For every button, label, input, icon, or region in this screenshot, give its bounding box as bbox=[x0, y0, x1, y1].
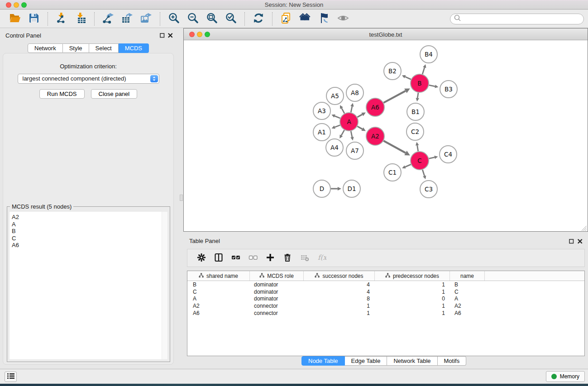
cell-predecessor-nodes[interactable]: 1 bbox=[375, 302, 450, 310]
float-panel-icon[interactable] bbox=[159, 32, 165, 38]
network-canvas[interactable]: B4B2BB3A8A5A6A3B1AA1C2A2A4A7C4CC1C3DD1 bbox=[184, 40, 588, 231]
table-row-b[interactable]: Bdominator41B bbox=[187, 281, 584, 288]
table-row-c[interactable]: Cdominator41C bbox=[187, 288, 584, 295]
graph-node-B3[interactable]: B3 bbox=[440, 81, 457, 98]
graph-node-A6[interactable]: A6 bbox=[366, 98, 384, 116]
resize-grip-icon[interactable] bbox=[581, 225, 587, 231]
zoom-out-button[interactable] bbox=[186, 12, 200, 26]
graph-edge-A-A1[interactable] bbox=[331, 125, 340, 129]
mcds-result-item[interactable]: B bbox=[12, 228, 167, 235]
import-network-button[interactable] bbox=[55, 12, 68, 26]
mcds-result-item[interactable]: A bbox=[12, 221, 167, 228]
open-file-button[interactable] bbox=[8, 12, 22, 26]
graph-edge-D-D1[interactable] bbox=[331, 187, 341, 191]
graph-edge-C-C4[interactable] bbox=[429, 156, 438, 159]
tab-network-table[interactable]: Network Table bbox=[387, 356, 437, 366]
zoom-in-button[interactable] bbox=[167, 12, 181, 26]
show-panels-button[interactable] bbox=[5, 372, 17, 382]
table-row-a[interactable]: Adominator80A bbox=[187, 295, 584, 303]
cell-successor-nodes[interactable]: 1 bbox=[304, 302, 375, 310]
graph-edge-B-B4[interactable] bbox=[422, 64, 426, 74]
tab-select[interactable]: Select bbox=[89, 43, 119, 53]
graph-node-A3[interactable]: A3 bbox=[313, 102, 330, 119]
memory-button[interactable]: Memory bbox=[546, 371, 585, 382]
refresh-button[interactable] bbox=[252, 12, 265, 26]
graph-node-A1[interactable]: A1 bbox=[313, 124, 330, 141]
graph-node-A5[interactable]: A5 bbox=[326, 87, 344, 105]
graph-node-A2[interactable]: A2 bbox=[366, 127, 384, 145]
graph-node-C4[interactable]: C4 bbox=[440, 146, 457, 163]
cell-successor-nodes[interactable]: 4 bbox=[304, 281, 375, 288]
table-row-a2[interactable]: A2connector11A2 bbox=[187, 302, 584, 310]
graph-edge-A-A8[interactable] bbox=[350, 103, 354, 113]
column-header-mcds-role[interactable]: MCDS role bbox=[250, 271, 304, 281]
graph-edge-C-C3[interactable] bbox=[422, 170, 426, 179]
graph-edge-A-A5[interactable] bbox=[340, 105, 344, 113]
cell-predecessor-nodes[interactable]: 1 bbox=[375, 288, 450, 295]
criterion-select[interactable]: largest connected component (directed) bbox=[18, 74, 159, 84]
import-table-button[interactable] bbox=[74, 12, 87, 26]
panel-splitter-handle[interactable] bbox=[180, 195, 183, 201]
graph-node-A4[interactable]: A4 bbox=[326, 139, 343, 156]
cell-shared-name[interactable]: B bbox=[187, 281, 250, 288]
tab-motifs[interactable]: Motifs bbox=[438, 356, 467, 366]
graph-node-B[interactable]: B bbox=[411, 74, 429, 92]
deselect-all-button[interactable] bbox=[247, 252, 259, 264]
cell-successor-nodes[interactable]: 1 bbox=[304, 310, 375, 317]
graph-node-A8[interactable]: A8 bbox=[346, 84, 363, 101]
zoom-fit-button[interactable] bbox=[205, 12, 219, 26]
clone-network-button[interactable] bbox=[279, 12, 293, 26]
cell-mcds-role[interactable]: dominator bbox=[250, 288, 304, 295]
cell-mcds-role[interactable]: connector bbox=[250, 310, 304, 317]
delete-column-button[interactable] bbox=[282, 252, 293, 264]
close-panel-button[interactable]: Close panel bbox=[91, 89, 138, 99]
column-header-shared-name[interactable]: shared name bbox=[187, 271, 250, 281]
cell-predecessor-nodes[interactable]: 0 bbox=[375, 295, 450, 303]
graph-edge-A-A7[interactable] bbox=[350, 131, 354, 141]
graph-edge-B-B2[interactable] bbox=[402, 75, 411, 79]
graph-node-A[interactable]: A bbox=[340, 113, 358, 131]
select-all-button[interactable] bbox=[230, 252, 242, 264]
graph-edge-A-A2[interactable] bbox=[357, 126, 366, 131]
cell-predecessor-nodes[interactable]: 1 bbox=[375, 310, 450, 317]
cell-name[interactable]: B bbox=[450, 281, 485, 288]
cell-predecessor-nodes[interactable]: 1 bbox=[375, 281, 450, 288]
graph-node-D1[interactable]: D1 bbox=[343, 180, 360, 197]
column-header-successor-nodes[interactable]: successor nodes bbox=[304, 271, 375, 281]
close-panel-icon[interactable] bbox=[167, 32, 173, 38]
cell-shared-name[interactable]: A2 bbox=[187, 302, 250, 310]
table-settings-button[interactable] bbox=[196, 252, 207, 264]
run-mcds-button[interactable]: Run MCDS bbox=[39, 89, 85, 99]
cell-shared-name[interactable]: A bbox=[187, 295, 250, 303]
mcds-result-item[interactable]: A2 bbox=[12, 214, 167, 221]
table-float-panel-icon[interactable] bbox=[568, 238, 574, 244]
cell-name[interactable]: A6 bbox=[450, 310, 485, 317]
save-session-button[interactable] bbox=[27, 12, 41, 26]
column-header-predecessor-nodes[interactable]: predecessor nodes bbox=[375, 271, 450, 281]
eye-button[interactable] bbox=[336, 12, 350, 26]
export-image-button[interactable] bbox=[139, 12, 153, 26]
column-layout-button[interactable] bbox=[213, 252, 225, 264]
graph-edge-C-C1[interactable] bbox=[402, 164, 411, 168]
graph-edge-A-A6[interactable] bbox=[357, 113, 366, 117]
graph-node-A7[interactable]: A7 bbox=[346, 142, 363, 159]
result-scrollbar[interactable] bbox=[162, 212, 167, 359]
graph-node-D[interactable]: D bbox=[313, 180, 330, 197]
mcds-result-item[interactable]: C bbox=[12, 235, 167, 242]
tab-mcds[interactable]: MCDS bbox=[119, 43, 149, 53]
home-button[interactable] bbox=[298, 12, 312, 26]
cell-successor-nodes[interactable]: 8 bbox=[304, 295, 375, 303]
cell-shared-name[interactable]: C bbox=[187, 288, 250, 295]
graph-node-B2[interactable]: B2 bbox=[384, 62, 401, 80]
add-column-button[interactable] bbox=[264, 252, 276, 264]
graph-edge-C-C2[interactable] bbox=[416, 142, 419, 152]
cell-mcds-role[interactable]: dominator bbox=[250, 281, 304, 288]
graph-edge-B-B3[interactable] bbox=[429, 85, 439, 88]
tab-edge-table[interactable]: Edge Table bbox=[345, 356, 387, 366]
graph-node-C3[interactable]: C3 bbox=[420, 181, 437, 198]
graph-edge-A-A4[interactable] bbox=[339, 130, 344, 138]
zoom-selected-button[interactable] bbox=[224, 12, 238, 26]
cell-mcds-role[interactable]: dominator bbox=[250, 295, 304, 303]
cell-shared-name[interactable]: A6 bbox=[187, 310, 250, 317]
graph-node-C[interactable]: C bbox=[411, 152, 429, 170]
